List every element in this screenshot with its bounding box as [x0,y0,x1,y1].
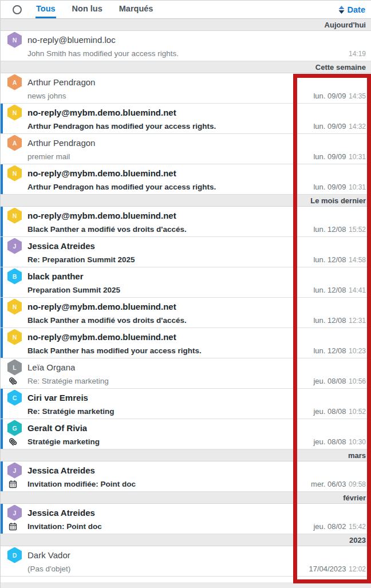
email-row[interactable]: Nno-reply@bluemind.locJohn Smith has mod… [1,31,371,61]
date-day: jeu. 08/08 [313,407,346,416]
subject: Invitation: Point doc [27,522,313,531]
tab-marques[interactable]: Marqués [119,1,154,18]
sender-avatar[interactable]: D [7,547,22,563]
sender-avatar[interactable]: N [7,105,22,121]
select-all-checkbox[interactable] [13,5,22,14]
sender-avatar[interactable]: B [7,269,22,285]
date-day: lun. 12/08 [313,346,346,355]
unread-indicator [1,328,3,358]
sender-avatar[interactable]: N [7,165,22,181]
subject: premier mail [27,152,313,161]
email-row[interactable]: Bblack pantherPreparation Summit 2025lun… [1,267,371,298]
date: lun. 12/08 10:23 [313,345,371,356]
section-header-label: Le mois dernier [310,196,366,205]
subject: Re: Preparation Summit 2025 [27,255,313,264]
sender-name: no-reply@mybm.demo.bluemind.net [27,332,176,342]
date: lun. 12/08 14:41 [313,285,371,295]
sender-avatar[interactable]: C [7,390,22,406]
date-time: 09:58 [349,480,366,488]
section-header: Cette semaine [1,61,371,73]
sender-name: no-reply@mybm.demo.bluemind.net [27,302,176,311]
date: lun. 12/08 12:31 [313,315,371,325]
date-time: 14:19 [349,50,366,58]
date-day: jeu. 08/08 [313,437,346,446]
date-day: 17/04/2023 [309,565,346,573]
date: lun. 09/09 10:31 [313,151,371,161]
subject: Invitation modifiée: Point doc [27,480,311,488]
sender-name: no-reply@bluemind.loc [27,35,116,45]
section-header: Le mois dernier [1,195,371,207]
date-day: lun. 12/08 [313,286,346,294]
section-header-label: Aujourd'hui [325,21,366,29]
unread-indicator [1,164,3,194]
email-row[interactable]: Nno-reply@mybm.demo.bluemind.netBlack Pa… [1,207,371,237]
subject: Black Panther has modified your access r… [27,346,313,355]
sender-name: Arthur Pendragon [27,138,95,148]
date: jeu. 08/08 10:52 [313,406,371,416]
subject: Re: Stratégie marketing [27,377,313,385]
sender-name: no-reply@mybm.demo.bluemind.net [27,108,176,117]
email-row[interactable]: GGeralt Of RiviaStratégie marketingjeu. … [1,419,371,449]
date-day: lun. 09/09 [313,92,346,100]
section-header: Aujourd'hui [1,19,371,31]
sender-avatar[interactable]: L [7,360,22,376]
unread-indicator [1,207,3,236]
email-row[interactable]: Nno-reply@mybm.demo.bluemind.netBlack Pa… [1,328,371,358]
tab-tous[interactable]: Tous [35,1,56,18]
date-time: 14:35 [349,92,366,100]
date: 14:19 [349,48,371,58]
email-row[interactable]: CCiri var EmreisRe: Stratégie marketingj… [1,389,371,419]
email-row[interactable]: AArthur Pendragonpremier maillun. 09/09 … [1,134,371,164]
date-time: 12:31 [349,317,366,325]
sender-name: Jessica Atreides [27,241,95,251]
subject: Stratégie marketing [27,437,313,446]
email-row[interactable]: JJessica AtreidesRe: Preparation Summit … [1,237,371,267]
sender-avatar[interactable]: A [7,74,22,90]
date-time: 10:23 [349,347,366,355]
email-row[interactable]: AArthur Pendragonnews johnslun. 09/09 14… [1,73,371,104]
sender-avatar[interactable]: J [7,505,22,521]
subject: Arthur Pendragon has modified your acces… [27,122,313,131]
unread-indicator [1,419,3,449]
subject: (Pas d'objet) [27,565,309,573]
date: lun. 09/09 14:35 [313,90,371,101]
tab-non-lus[interactable]: Non lus [72,1,103,18]
date-time: 10:52 [349,408,366,416]
sender-avatar[interactable]: N [7,299,22,315]
sort-arrows-icon [338,6,345,14]
sender-avatar[interactable]: N [7,329,22,345]
message-list-panel: Tous Non lus Marqués Date Aujourd'huiNno… [0,0,371,588]
calendar-icon [9,480,17,488]
email-row[interactable]: LLeïa OrganaRe: Stratégie marketingjeu. … [1,358,371,389]
sender-avatar[interactable]: A [7,135,22,151]
sort-by-date-button[interactable]: Date [338,1,371,18]
sender-name: no-reply@mybm.demo.bluemind.net [27,168,176,178]
email-row[interactable]: JJessica AtreidesInvitation: Point docje… [1,504,371,534]
unread-indicator [1,237,3,267]
subject: Preparation Summit 2025 [27,286,313,294]
sender-avatar[interactable]: J [7,463,22,479]
sender-name: Geralt Of Rivia [27,423,87,433]
email-row[interactable]: JJessica AtreidesInvitation modifiée: Po… [1,461,371,492]
section-header: 2023 [1,534,371,546]
section-header-label: 2023 [349,536,366,544]
section-header: mars [1,449,371,461]
calendar-icon [9,522,17,531]
subject: Re: Stratégie marketing [27,407,313,416]
email-row[interactable]: Nno-reply@mybm.demo.bluemind.netArthur P… [1,164,371,195]
section-header: février [1,492,371,504]
sender-avatar[interactable]: N [7,32,22,48]
sender-avatar[interactable]: G [7,420,22,436]
date: lun. 09/09 14:32 [313,121,371,131]
subject: John Smith has modified your access righ… [27,49,349,58]
date-time: 14:41 [349,286,366,294]
date: jeu. 08/08 10:30 [313,436,371,447]
sender-avatar[interactable]: J [7,238,22,254]
date-time: 14:32 [349,123,366,131]
email-row[interactable]: Nno-reply@mybm.demo.bluemind.netBlack Pa… [1,298,371,328]
section-header-label: Cette semaine [315,63,366,72]
email-row[interactable]: Nno-reply@mybm.demo.bluemind.netArthur P… [1,104,371,134]
email-row[interactable]: DDark Vador(Pas d'objet)17/04/2023 12:02 [1,546,371,577]
sender-avatar[interactable]: N [7,208,22,224]
date-time: 15:52 [349,226,366,234]
